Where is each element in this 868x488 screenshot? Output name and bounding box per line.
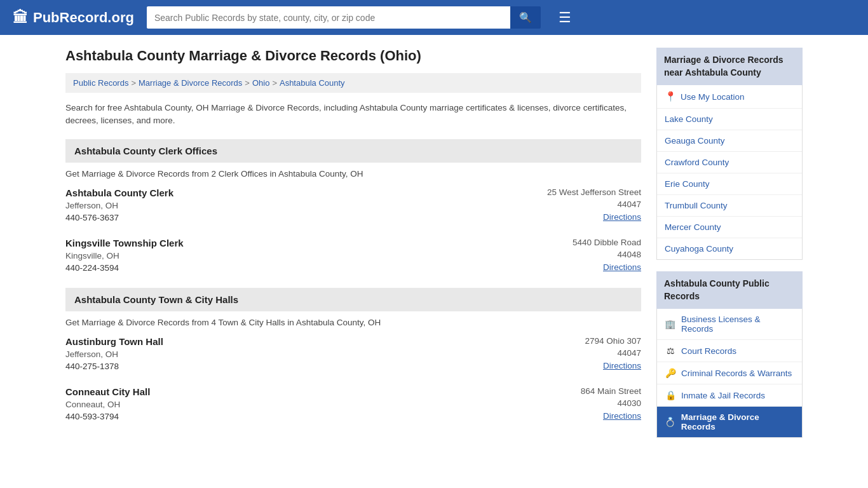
content-area: Ashtabula County Marriage & Divorce Reco… — [65, 48, 641, 449]
clerk-section-desc: Get Marriage & Divorce Records from 2 Cl… — [65, 169, 641, 179]
breadcrumb-marriage-divorce[interactable]: Marriage & Divorce Records — [139, 78, 242, 88]
cityhall-section-desc: Get Marriage & Divorce Records from 4 To… — [65, 318, 641, 327]
office-phone: 440-275-1378 — [65, 362, 163, 371]
list-item: Cuyahoga County — [657, 238, 802, 259]
list-item: Trumbull County — [657, 195, 802, 217]
county-link-erie[interactable]: Erie County — [665, 179, 710, 189]
clerk-section: Ashtabula County Clerk Offices Get Marri… — [65, 139, 641, 275]
breadcrumb-ohio[interactable]: Ohio — [252, 78, 269, 88]
list-item: Geauga County — [657, 130, 802, 152]
office-name: Kingsville Township Clerk — [65, 238, 184, 248]
office-entry: Austinburg Town Hall Jefferson, OH 440-2… — [65, 336, 641, 374]
list-item: 🏢 Business Licenses & Records — [657, 309, 802, 340]
sidebar-use-location[interactable]: 📍 Use My Location — [657, 85, 802, 109]
office-zip: 44047 — [514, 200, 641, 209]
business-licenses-link[interactable]: Business Licenses & Records — [681, 315, 794, 334]
court-icon: ⚖ — [665, 346, 676, 356]
directions-link[interactable]: Directions — [603, 262, 641, 272]
office-address: 2794 Ohio 307 — [514, 336, 641, 346]
location-pin-icon: 📍 — [665, 91, 677, 102]
county-link-cuyahoga[interactable]: Cuyahoga County — [665, 244, 733, 254]
list-item: Lake County — [657, 109, 802, 130]
directions-link[interactable]: Directions — [603, 212, 641, 222]
criminal-icon: 🔑 — [665, 368, 676, 378]
breadcrumb-sep-1: > — [131, 78, 136, 88]
office-left: Conneaut City Hall Conneaut, OH 440-593-… — [65, 386, 150, 421]
office-name: Austinburg Town Hall — [65, 336, 163, 347]
directions-link[interactable]: Directions — [603, 361, 641, 370]
sidebar: Marriage & Divorce Records near Ashtabul… — [656, 48, 803, 449]
marriage-records-link[interactable]: Marriage & Divorce Records — [681, 412, 794, 431]
office-phone: 440-576-3637 — [65, 213, 173, 222]
marriage-icon: 💍 — [665, 417, 676, 427]
cityhall-section-header: Ashtabula County Town & City Halls — [65, 288, 641, 311]
directions-link[interactable]: Directions — [603, 411, 641, 421]
cityhall-section: Ashtabula County Town & City Halls Get M… — [65, 288, 641, 424]
breadcrumb-sep-2: > — [245, 78, 250, 88]
office-zip: 44048 — [514, 250, 641, 259]
sidebar-records-list: 🏢 Business Licenses & Records ⚖ Court Re… — [656, 309, 803, 438]
office-phone: 440-593-3794 — [65, 412, 150, 421]
office-right: 25 West Jefferson Street 44047 Direction… — [514, 187, 641, 222]
office-name: Conneaut City Hall — [65, 386, 150, 397]
list-item-active: 💍 Marriage & Divorce Records — [657, 407, 802, 437]
search-bar: 🔍 — [147, 6, 541, 29]
county-link-mercer[interactable]: Mercer County — [665, 222, 721, 232]
office-left: Ashtabula County Clerk Jefferson, OH 440… — [65, 187, 173, 222]
list-item: Crawford County — [657, 152, 802, 173]
criminal-records-link[interactable]: Criminal Records & Warrants — [681, 369, 792, 378]
office-address: 5440 Dibble Road — [514, 238, 641, 247]
county-link-trumbull[interactable]: Trumbull County — [665, 201, 728, 210]
office-location: Jefferson, OH — [65, 201, 173, 210]
sidebar-nearby-section: Marriage & Divorce Records near Ashtabul… — [656, 48, 803, 260]
court-records-link[interactable]: Court Records — [681, 346, 736, 356]
logo-icon: 🏛 — [13, 9, 28, 27]
office-left: Kingsville Township Clerk Kingsville, OH… — [65, 238, 184, 273]
office-zip: 44047 — [514, 348, 641, 358]
list-item: 🔒 Inmate & Jail Records — [657, 384, 802, 407]
main-container: Ashtabula County Marriage & Divorce Reco… — [53, 35, 815, 462]
office-right: 864 Main Street 44030 Directions — [514, 386, 641, 421]
business-icon: 🏢 — [665, 319, 676, 329]
page-description: Search for free Ashtabula County, OH Mar… — [65, 102, 641, 128]
office-entry: Ashtabula County Clerk Jefferson, OH 440… — [65, 187, 641, 225]
list-item: Erie County — [657, 173, 802, 195]
breadcrumb: Public Records > Marriage & Divorce Reco… — [65, 73, 641, 93]
office-zip: 44030 — [514, 398, 641, 408]
list-item: ⚖ Court Records — [657, 340, 802, 362]
list-item: 🔑 Criminal Records & Warrants — [657, 362, 802, 384]
office-right: 5440 Dibble Road 44048 Directions — [514, 238, 641, 272]
office-left: Austinburg Town Hall Jefferson, OH 440-2… — [65, 336, 163, 371]
office-address: 25 West Jefferson Street — [514, 187, 641, 197]
sidebar-nearby-title: Marriage & Divorce Records near Ashtabul… — [656, 48, 803, 85]
sidebar-records-section: Ashtabula County Public Records 🏢 Busine… — [656, 271, 803, 438]
sidebar-records-title: Ashtabula County Public Records — [656, 271, 803, 309]
menu-button[interactable]: ☰ — [553, 7, 576, 29]
use-location-label: Use My Location — [681, 92, 745, 102]
county-link-geauga[interactable]: Geauga County — [665, 136, 725, 146]
breadcrumb-public-records[interactable]: Public Records — [73, 78, 128, 88]
county-link-crawford[interactable]: Crawford County — [665, 158, 729, 167]
breadcrumb-county[interactable]: Ashtabula County — [280, 78, 345, 88]
inmate-icon: 🔒 — [665, 390, 676, 400]
page-title: Ashtabula County Marriage & Divorce Reco… — [65, 48, 641, 64]
office-entry: Conneaut City Hall Conneaut, OH 440-593-… — [65, 386, 641, 424]
office-entry: Kingsville Township Clerk Kingsville, OH… — [65, 238, 641, 275]
office-address: 864 Main Street — [514, 386, 641, 396]
sidebar-nearby-list: 📍 Use My Location Lake County Geauga Cou… — [656, 85, 803, 260]
county-link-lake[interactable]: Lake County — [665, 114, 713, 124]
search-input[interactable] — [147, 6, 510, 29]
list-item: Mercer County — [657, 217, 802, 238]
office-right: 2794 Ohio 307 44047 Directions — [514, 336, 641, 370]
office-location: Kingsville, OH — [65, 251, 184, 261]
office-location: Conneaut, OH — [65, 400, 150, 409]
office-name: Ashtabula County Clerk — [65, 187, 173, 198]
breadcrumb-sep-3: > — [272, 78, 277, 88]
logo[interactable]: 🏛 PubRecord.org — [13, 9, 134, 27]
search-button[interactable]: 🔍 — [510, 6, 541, 29]
logo-text: PubRecord.org — [33, 10, 134, 26]
inmate-records-link[interactable]: Inmate & Jail Records — [681, 391, 765, 400]
clerk-section-header: Ashtabula County Clerk Offices — [65, 139, 641, 163]
site-header: 🏛 PubRecord.org 🔍 ☰ — [0, 0, 868, 35]
office-location: Jefferson, OH — [65, 349, 163, 359]
